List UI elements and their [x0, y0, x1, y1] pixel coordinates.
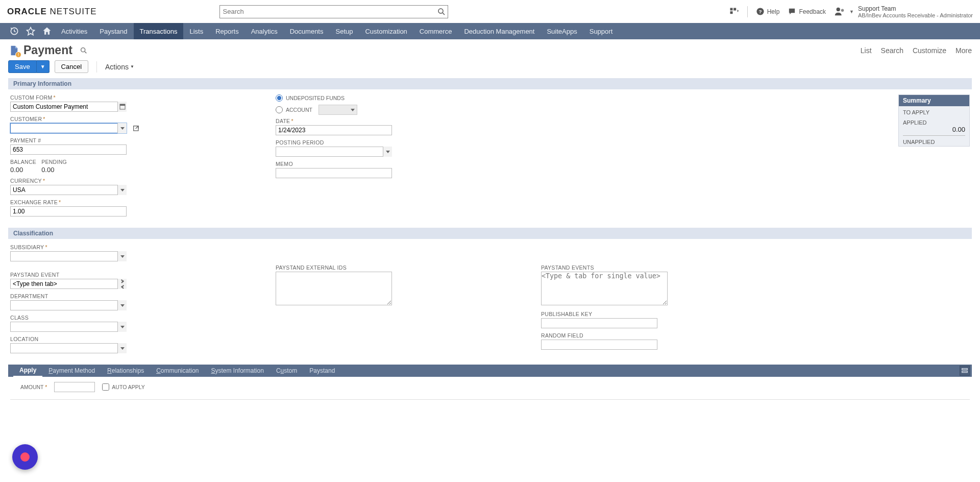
nav-deduction-management[interactable]: Deduction Management: [458, 23, 541, 39]
tab-layout-icon[interactable]: [960, 366, 970, 376]
save-dropdown-button[interactable]: ▼: [37, 60, 50, 73]
customer-dropdown-icon[interactable]: [117, 123, 127, 133]
search-link[interactable]: Search: [881, 46, 903, 55]
tab-system-information[interactable]: System Information: [205, 365, 270, 377]
currency-field: CURRENCY*: [10, 178, 265, 195]
posting-period-input[interactable]: [276, 147, 392, 157]
nav-support[interactable]: Support: [583, 23, 619, 39]
primary-information-header[interactable]: Primary Information: [8, 78, 972, 89]
auto-apply-label: AUTO APPLY: [112, 384, 144, 390]
customize-link[interactable]: Customize: [913, 46, 946, 55]
nav-analytics[interactable]: Analytics: [245, 23, 284, 39]
undeposited-funds-radio[interactable]: [276, 94, 283, 102]
paystand-event-expand-icon[interactable]: [117, 279, 127, 289]
save-button-group: Save ▼: [8, 60, 50, 73]
nav-documents[interactable]: Documents: [284, 23, 330, 39]
nav-suiteapps[interactable]: SuiteApps: [541, 23, 583, 39]
search-icon[interactable]: [437, 7, 446, 16]
title-search-icon[interactable]: [80, 46, 88, 55]
currency-dropdown-icon[interactable]: [117, 185, 127, 195]
svg-rect-18: [962, 369, 968, 370]
page-title: Payment: [23, 43, 72, 57]
classification-col-3: PAYSTAND EVENTS PUBLISHABLE KEY RANDOM F…: [541, 244, 801, 357]
home-icon[interactable]: [39, 23, 55, 39]
tab-paystand[interactable]: Paystand: [303, 365, 341, 377]
cancel-button[interactable]: Cancel: [55, 60, 88, 73]
user-icon: [834, 6, 845, 17]
svg-line-17: [136, 126, 138, 128]
nav-commerce[interactable]: Commerce: [413, 23, 458, 39]
chevron-down-icon: ▼: [130, 64, 134, 69]
feedback-link[interactable]: Feedback: [788, 7, 826, 16]
customer-input[interactable]: [10, 123, 127, 133]
currency-input[interactable]: [10, 185, 127, 195]
paystand-event-input[interactable]: [10, 279, 127, 289]
paystand-events-input[interactable]: [541, 272, 668, 305]
class-dropdown-icon[interactable]: [117, 322, 127, 332]
nav-setup[interactable]: Setup: [329, 23, 359, 39]
favorites-icon[interactable]: [22, 23, 39, 39]
location-input[interactable]: [10, 343, 127, 353]
subsidiary-label: SUBSIDIARY*: [10, 244, 265, 250]
exchange-rate-input[interactable]: [10, 206, 127, 216]
auto-apply-row: AUTO APPLY: [102, 383, 144, 391]
amount-input[interactable]: [54, 382, 95, 392]
pending-field: PENDING 0.00: [41, 159, 67, 174]
auto-apply-checkbox[interactable]: [102, 383, 109, 391]
help-link[interactable]: ? Help: [756, 7, 780, 16]
tab-communication[interactable]: Communication: [150, 365, 205, 377]
nav-lists[interactable]: Lists: [183, 23, 209, 39]
department-input[interactable]: [10, 300, 127, 310]
nav-activities[interactable]: Activities: [55, 23, 93, 39]
save-button[interactable]: Save: [8, 60, 37, 73]
paystand-external-ids-input[interactable]: [276, 272, 392, 305]
account-dropdown[interactable]: [318, 105, 357, 115]
nav-reports[interactable]: Reports: [209, 23, 245, 39]
custom-form-dropdown-icon[interactable]: [117, 102, 127, 112]
summary-to-apply: TO APPLY: [899, 106, 969, 116]
more-link[interactable]: More: [955, 46, 972, 55]
department-dropdown-icon[interactable]: [117, 300, 127, 310]
customer-label: CUSTOMER*: [10, 116, 265, 122]
global-search-input[interactable]: [219, 5, 448, 18]
subsidiary-input[interactable]: [10, 251, 127, 261]
apps-icon[interactable]: [729, 7, 739, 17]
class-input[interactable]: [10, 322, 127, 332]
paystand-external-ids-field: PAYSTAND EXTERNAL IDS: [276, 264, 531, 307]
nav-customization[interactable]: Customization: [359, 23, 413, 39]
actions-menu[interactable]: Actions ▼: [105, 63, 134, 71]
customer-open-icon[interactable]: [132, 125, 140, 133]
subsidiary-dropdown-icon[interactable]: [117, 251, 127, 261]
tab-apply[interactable]: Apply: [13, 365, 42, 377]
nav-paystand[interactable]: Paystand: [93, 23, 133, 39]
tab-relationships[interactable]: Relationships: [101, 365, 150, 377]
publishable-key-input[interactable]: [541, 318, 657, 328]
undeposited-funds-radio-row: UNDEPOSITED FUNDS: [276, 94, 526, 102]
user-menu[interactable]: ▼ Support Team AB/InBev Accounts Receiva…: [834, 5, 973, 18]
location-dropdown-icon[interactable]: [117, 343, 127, 353]
tab-payment-method[interactable]: Payment Method: [42, 365, 101, 377]
apply-body: AMOUNT * AUTO APPLY: [0, 377, 980, 399]
primary-col-3: Summary TO APPLY APPLIED 0.00 UNAPPLIED: [795, 94, 970, 221]
pending-value: 0.00: [41, 166, 67, 174]
svg-point-12: [81, 47, 85, 52]
random-field-input[interactable]: [541, 340, 657, 350]
document-icon: !: [8, 44, 19, 57]
nav-transactions[interactable]: Transactions: [134, 23, 184, 39]
payment-no-input[interactable]: [10, 144, 127, 155]
summary-box: Summary TO APPLY APPLIED 0.00 UNAPPLIED: [898, 94, 970, 147]
tab-custom[interactable]: Custom: [270, 365, 303, 377]
oracle-netsuite-logo: ORACLE NETSUITE: [7, 7, 97, 17]
posting-period-field: POSTING PERIOD: [276, 139, 526, 157]
list-link[interactable]: List: [861, 46, 872, 55]
publishable-key-field: PUBLISHABLE KEY: [541, 311, 801, 328]
posting-period-dropdown-icon[interactable]: [383, 147, 392, 157]
date-input[interactable]: [276, 125, 392, 135]
memo-input[interactable]: [276, 168, 392, 178]
paystand-events-label: PAYSTAND EVENTS: [541, 264, 801, 271]
custom-form-input[interactable]: [10, 102, 127, 112]
classification-header[interactable]: Classification: [8, 228, 972, 239]
account-radio[interactable]: [276, 106, 283, 113]
recent-records-icon[interactable]: [6, 23, 22, 39]
warning-badge-icon: !: [15, 52, 21, 58]
